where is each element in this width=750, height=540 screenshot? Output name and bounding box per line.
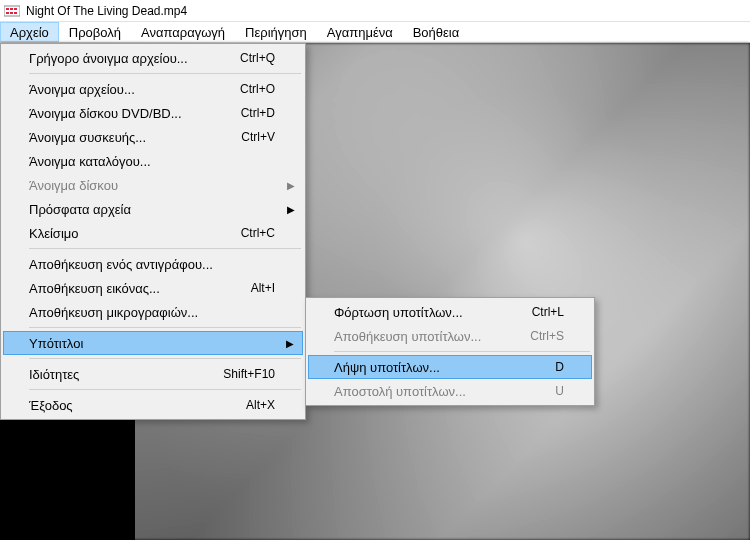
- menu-item-save-image[interactable]: Αποθήκευση εικόνας... Alt+I: [3, 276, 303, 300]
- menu-favorites[interactable]: Αγαπημένα: [317, 22, 403, 42]
- menu-separator: [334, 351, 590, 352]
- svg-rect-3: [14, 8, 17, 10]
- menu-separator: [29, 358, 301, 359]
- menu-item-open-disc[interactable]: Άνοιγμα δίσκου ▶: [3, 173, 303, 197]
- app-icon: [4, 3, 20, 19]
- menu-separator: [29, 389, 301, 390]
- menu-separator: [29, 73, 301, 74]
- menu-separator: [29, 248, 301, 249]
- titlebar: Night Of The Living Dead.mp4: [0, 0, 750, 22]
- menu-help[interactable]: Βοήθεια: [403, 22, 470, 42]
- window-title: Night Of The Living Dead.mp4: [26, 4, 187, 18]
- svg-rect-1: [6, 8, 9, 10]
- svg-rect-5: [10, 12, 13, 14]
- chevron-right-icon: ▶: [286, 338, 294, 349]
- menu-item-open-file[interactable]: Άνοιγμα αρχείου... Ctrl+O: [3, 77, 303, 101]
- menu-item-open-disc-dvd[interactable]: Άνοιγμα δίσκου DVD/BD... Ctrl+D: [3, 101, 303, 125]
- menu-item-recent-files[interactable]: Πρόσφατα αρχεία ▶: [3, 197, 303, 221]
- svg-rect-2: [10, 8, 13, 10]
- svg-rect-0: [4, 6, 20, 16]
- menu-view[interactable]: Προβολή: [59, 22, 131, 42]
- menu-item-save-copy[interactable]: Αποθήκευση ενός αντιγράφου...: [3, 252, 303, 276]
- submenu-item-load-subtitles[interactable]: Φόρτωση υποτίτλων... Ctrl+L: [308, 300, 592, 324]
- menu-item-close[interactable]: Κλείσιμο Ctrl+C: [3, 221, 303, 245]
- menu-navigate[interactable]: Περιήγηση: [235, 22, 317, 42]
- menu-item-exit[interactable]: Έξοδος Alt+X: [3, 393, 303, 417]
- menu-item-open-device[interactable]: Άνοιγμα συσκευής... Ctrl+V: [3, 125, 303, 149]
- menu-item-quick-open[interactable]: Γρήγορο άνοιγμα αρχείου... Ctrl+Q: [3, 46, 303, 70]
- menubar: Αρχείο Προβολή Αναπαραγωγή Περιήγηση Αγα…: [0, 22, 750, 43]
- submenu-item-upload-subtitles[interactable]: Αποστολή υποτίτλων... U: [308, 379, 592, 403]
- app-window: Night Of The Living Dead.mp4 Αρχείο Προβ…: [0, 0, 750, 540]
- menu-item-properties[interactable]: Ιδιότητες Shift+F10: [3, 362, 303, 386]
- submenu-item-download-subtitles[interactable]: Λήψη υποτίτλων... D: [308, 355, 592, 379]
- menu-file[interactable]: Αρχείο: [0, 22, 59, 42]
- menu-item-open-directory[interactable]: Άνοιγμα καταλόγου...: [3, 149, 303, 173]
- svg-rect-4: [6, 12, 9, 14]
- chevron-right-icon: ▶: [287, 204, 295, 215]
- menu-playback[interactable]: Αναπαραγωγή: [131, 22, 235, 42]
- submenu-item-save-subtitles[interactable]: Αποθήκευση υποτίτλων... Ctrl+S: [308, 324, 592, 348]
- subtitles-submenu: Φόρτωση υποτίτλων... Ctrl+L Αποθήκευση υ…: [305, 297, 595, 406]
- menu-item-save-thumbnails[interactable]: Αποθήκευση μικρογραφιών...: [3, 300, 303, 324]
- menu-separator: [29, 327, 301, 328]
- svg-rect-6: [14, 12, 17, 14]
- file-menu-dropdown: Γρήγορο άνοιγμα αρχείου... Ctrl+Q Άνοιγμ…: [0, 43, 306, 420]
- chevron-right-icon: ▶: [287, 180, 295, 191]
- menu-item-subtitles[interactable]: Υπότιτλοι ▶: [3, 331, 303, 355]
